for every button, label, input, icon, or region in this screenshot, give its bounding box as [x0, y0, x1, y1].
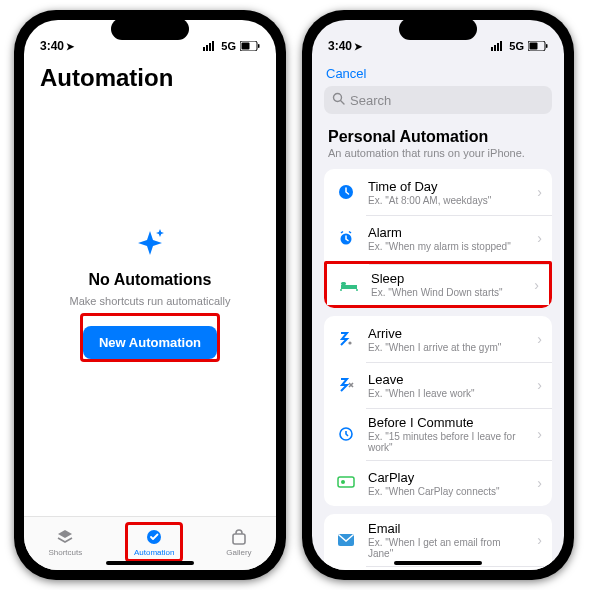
highlight-new-automation: New Automation	[80, 313, 220, 362]
screen-automation-picker: 3:40 ➤ 5G Cancel Search Persona	[312, 20, 564, 570]
svg-point-29	[341, 480, 345, 484]
trigger-text: ArriveEx. "When I arrive at the gym"	[368, 326, 527, 353]
list-group-time: Time of DayEx. "At 8:00 AM, weekdays"›Al…	[324, 169, 552, 308]
trigger-subtitle: Ex. "When I leave work"	[368, 388, 527, 399]
svg-rect-11	[497, 43, 499, 51]
svg-rect-23	[341, 282, 346, 285]
trigger-row-email[interactable]: EmailEx. "When I get an email from Jane"…	[324, 514, 552, 566]
leave-icon	[334, 373, 358, 397]
trigger-text: EmailEx. "When I get an email from Jane"	[368, 521, 527, 559]
trigger-subtitle: Ex. "When I arrive at the gym"	[368, 342, 527, 353]
chevron-right-icon: ›	[537, 532, 542, 548]
bag-icon	[230, 527, 248, 547]
trigger-title: Leave	[368, 372, 527, 387]
trigger-row-message[interactable]: MessageEx. "When I get a message from Mo…	[324, 566, 552, 570]
location-icon: ➤	[354, 41, 362, 52]
trigger-row-arrive[interactable]: ArriveEx. "When I arrive at the gym"›	[324, 316, 552, 362]
battery-icon	[240, 41, 260, 51]
tab-automation[interactable]: Automation	[128, 525, 180, 559]
chevron-right-icon: ›	[537, 184, 542, 200]
search-input[interactable]: Search	[324, 86, 552, 114]
trigger-subtitle: Ex. "15 minutes before I leave for work"	[368, 431, 527, 453]
svg-rect-10	[494, 45, 496, 51]
trigger-title: Sleep	[371, 271, 524, 286]
home-indicator	[394, 561, 482, 565]
trigger-row-before-i-commute[interactable]: Before I CommuteEx. "15 minutes before I…	[324, 408, 552, 460]
trigger-title: Alarm	[368, 225, 527, 240]
trigger-title: Arrive	[368, 326, 527, 341]
chevron-right-icon: ›	[537, 331, 542, 347]
empty-subtitle: Make shortcuts run automatically	[70, 295, 231, 307]
status-time: 3:40	[40, 39, 64, 53]
home-indicator	[106, 561, 194, 565]
trigger-subtitle: Ex. "When I get an email from Jane"	[368, 537, 527, 559]
trigger-title: Time of Day	[368, 179, 527, 194]
clock-icon	[334, 180, 358, 204]
svg-rect-28	[338, 477, 354, 487]
signal-icon	[491, 41, 505, 51]
section-subtitle: An automation that runs on your iPhone.	[328, 147, 548, 159]
new-automation-button[interactable]: New Automation	[83, 326, 217, 359]
trigger-text: Before I CommuteEx. "15 minutes before I…	[368, 415, 527, 453]
svg-rect-0	[203, 47, 205, 51]
svg-line-20	[341, 232, 343, 234]
trigger-subtitle: Ex. "When my alarm is stopped"	[368, 241, 527, 252]
location-icon: ➤	[66, 41, 74, 52]
svg-rect-5	[242, 43, 250, 50]
trigger-text: Time of DayEx. "At 8:00 AM, weekdays"	[368, 179, 527, 206]
trigger-list[interactable]: Time of DayEx. "At 8:00 AM, weekdays"›Al…	[312, 161, 564, 570]
search-icon	[332, 92, 345, 108]
carplay-icon	[334, 471, 358, 495]
alarm-icon	[334, 226, 358, 250]
phone-right: 3:40 ➤ 5G Cancel Search Persona	[302, 10, 574, 580]
chevron-right-icon: ›	[537, 426, 542, 442]
tab-label: Automation	[134, 548, 174, 557]
chevron-right-icon: ›	[537, 230, 542, 246]
dynamic-island	[111, 18, 189, 40]
chevron-right-icon: ›	[537, 377, 542, 393]
trigger-text: SleepEx. "When Wind Down starts"	[371, 271, 524, 298]
svg-rect-6	[258, 44, 260, 48]
highlight-automation-tab: Automation	[125, 522, 183, 562]
trigger-text: AlarmEx. "When my alarm is stopped"	[368, 225, 527, 252]
tab-label: Shortcuts	[48, 548, 82, 557]
trigger-row-sleep[interactable]: SleepEx. "When Wind Down starts"›	[324, 261, 552, 308]
nav-bar: Cancel	[312, 60, 564, 84]
signal-icon	[203, 41, 217, 51]
section-header: Personal Automation An automation that r…	[312, 122, 564, 161]
svg-point-26	[348, 341, 351, 344]
trigger-subtitle: Ex. "When CarPlay connects"	[368, 486, 527, 497]
commute-icon	[334, 422, 358, 446]
bed-icon	[337, 273, 361, 297]
layers-icon	[56, 527, 74, 547]
arrive-icon	[334, 327, 358, 351]
trigger-row-leave[interactable]: LeaveEx. "When I leave work"›	[324, 362, 552, 408]
empty-state: No Automations Make shortcuts run automa…	[24, 100, 276, 516]
tab-shortcuts[interactable]: Shortcuts	[42, 525, 88, 559]
cancel-button[interactable]: Cancel	[326, 66, 366, 81]
trigger-row-alarm[interactable]: AlarmEx. "When my alarm is stopped"›	[324, 215, 552, 261]
svg-rect-1	[206, 45, 208, 51]
svg-rect-8	[233, 534, 245, 544]
svg-rect-15	[546, 44, 548, 48]
trigger-title: Before I Commute	[368, 415, 527, 430]
chevron-right-icon: ›	[537, 475, 542, 491]
svg-rect-9	[491, 47, 493, 51]
search-placeholder: Search	[350, 93, 391, 108]
phone-left: 3:40 ➤ 5G Automation No Automations Make…	[14, 10, 286, 580]
trigger-row-carplay[interactable]: CarPlayEx. "When CarPlay connects"›	[324, 460, 552, 506]
svg-rect-3	[212, 41, 214, 51]
network-label: 5G	[509, 40, 524, 52]
trigger-title: Email	[368, 521, 527, 536]
trigger-subtitle: Ex. "At 8:00 AM, weekdays"	[368, 195, 527, 206]
status-time: 3:40	[328, 39, 352, 53]
screen-automation-empty: 3:40 ➤ 5G Automation No Automations Make…	[24, 20, 276, 570]
network-label: 5G	[221, 40, 236, 52]
battery-icon	[528, 41, 548, 51]
clock-check-icon	[145, 527, 163, 547]
svg-rect-12	[500, 41, 502, 51]
section-title: Personal Automation	[328, 128, 548, 146]
svg-rect-14	[530, 43, 538, 50]
tab-gallery[interactable]: Gallery	[220, 525, 257, 559]
trigger-row-time-of-day[interactable]: Time of DayEx. "At 8:00 AM, weekdays"›	[324, 169, 552, 215]
